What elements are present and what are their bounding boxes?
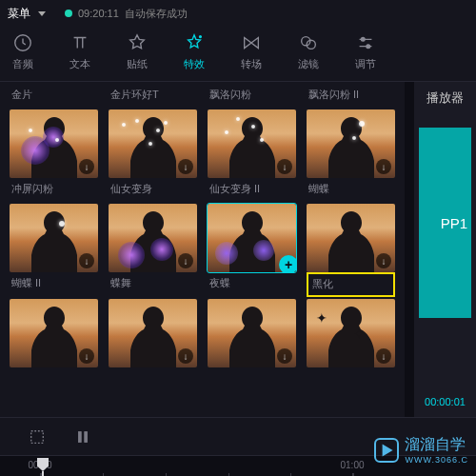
tab-adjust[interactable]: 调节 (347, 32, 385, 71)
download-icon[interactable]: ↓ (277, 348, 292, 364)
watermark: 溜溜自学 WWW.3066.C (374, 435, 468, 465)
effect-thumb[interactable]: ↓ (10, 299, 98, 367)
text-icon (69, 32, 90, 53)
effect-label: 冲屏闪粉 (10, 180, 98, 202)
effect-label: 金片环好T (109, 86, 197, 108)
effect-label: 仙女变身 (109, 180, 197, 202)
sparkle-star-icon (184, 32, 205, 53)
effect-label: 夜蝶 (208, 274, 296, 297)
effect-label-highlighted: 黑化 (307, 272, 395, 297)
effects-grid: 金片 金片环好T 飘洛闪粉 飘洛闪粉 II ↓ ↓ (0, 82, 405, 417)
effect-thumb[interactable]: ↓ (307, 204, 395, 272)
preview-title: 播放器 (414, 82, 476, 114)
download-icon[interactable]: ↓ (178, 348, 193, 364)
add-effect-icon[interactable]: + (279, 255, 296, 272)
download-icon[interactable]: ↓ (79, 253, 94, 268)
star-icon (127, 32, 148, 53)
effect-label: 蝴蝶 (307, 180, 395, 202)
overlap-icon (298, 32, 319, 53)
effect-label: 仙女变身 II (208, 180, 296, 202)
svg-rect-7 (79, 431, 82, 442)
tab-text[interactable]: 文本 (61, 32, 99, 71)
clock-icon (12, 32, 33, 53)
effect-thumb[interactable]: ↓ (109, 204, 197, 272)
download-icon[interactable]: ↓ (79, 348, 94, 364)
effect-thumb-selected[interactable]: + (208, 204, 296, 272)
effect-label: 飘洛闪粉 II (307, 86, 395, 108)
menu-label[interactable]: 菜单 (8, 6, 30, 22)
split-tool-icon[interactable] (74, 428, 91, 446)
autosave-text: 自动保存成功 (125, 7, 188, 21)
svg-rect-6 (31, 430, 44, 443)
svg-point-1 (200, 36, 202, 38)
tab-sticker[interactable]: 贴纸 (118, 32, 156, 71)
effect-thumb[interactable]: ↓ (109, 109, 197, 178)
effect-label: 蝴蝶 II (10, 274, 98, 297)
playhead[interactable] (36, 458, 50, 476)
effect-thumb[interactable]: ↓ (10, 204, 98, 272)
download-icon[interactable]: ↓ (277, 159, 292, 174)
effect-thumb[interactable]: ↓ (109, 299, 197, 367)
selection-tool-icon[interactable] (29, 428, 46, 446)
svg-point-5 (367, 45, 370, 49)
download-icon[interactable]: ↓ (376, 253, 391, 268)
chevron-down-icon[interactable] (38, 11, 46, 16)
download-icon[interactable]: ↓ (376, 159, 391, 174)
ruler-tick: 01:00 (340, 460, 364, 470)
download-icon[interactable]: ↓ (376, 348, 391, 364)
download-icon[interactable]: ↓ (79, 159, 94, 174)
category-tabs: 音频 文本 贴纸 特效 转场 滤镜 调节 (0, 27, 476, 82)
effect-label: 金片 (10, 86, 98, 108)
autosave-status: 09:20:11 自动保存成功 (65, 7, 188, 21)
autosave-time: 09:20:11 (78, 8, 119, 19)
svg-rect-8 (85, 431, 88, 442)
effect-thumb[interactable]: ↓ (307, 109, 395, 178)
effect-thumb[interactable]: ↓ (208, 109, 296, 178)
preview-panel: 播放器 PP1 00:00:01 (414, 82, 476, 417)
svg-point-4 (361, 38, 365, 42)
effect-thumb[interactable]: ↓ (208, 299, 296, 367)
status-dot-icon (65, 10, 72, 17)
effect-thumb[interactable]: ✦ ✦ ↓ (307, 299, 395, 367)
tab-transition[interactable]: 转场 (232, 32, 270, 71)
tab-effects[interactable]: 特效 (175, 32, 213, 71)
preview-canvas[interactable]: PP1 (419, 128, 471, 318)
download-icon[interactable]: ↓ (178, 253, 193, 268)
tab-audio[interactable]: 音频 (4, 32, 42, 71)
effect-label: 飘洛闪粉 (208, 86, 296, 108)
effect-thumb[interactable]: ↓ (10, 109, 98, 178)
effect-label: 蝶舞 (109, 274, 197, 297)
tab-filter[interactable]: 滤镜 (289, 32, 327, 71)
bowtie-icon (241, 32, 262, 53)
preview-timecode: 00:00:01 (425, 396, 466, 407)
sliders-icon (355, 32, 376, 53)
download-icon[interactable]: ↓ (178, 159, 193, 174)
watermark-logo-icon (374, 438, 399, 463)
